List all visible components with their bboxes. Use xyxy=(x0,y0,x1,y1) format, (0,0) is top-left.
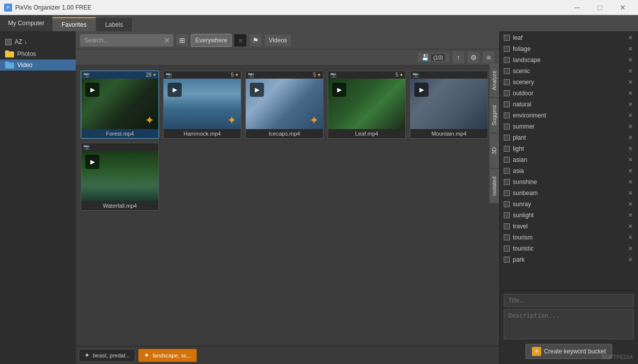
keyword-item-plant[interactable]: plant ✕ xyxy=(500,132,638,143)
keyword-item-asia[interactable]: asia ✕ xyxy=(500,165,638,176)
keyword-remove-environment[interactable]: ✕ xyxy=(627,112,634,118)
keyword-remove-sunshine[interactable]: ✕ xyxy=(627,179,634,185)
analyze-tab[interactable]: Analyze xyxy=(489,63,499,98)
sidebar-item-video[interactable]: Video xyxy=(0,59,76,71)
title-input[interactable] xyxy=(504,294,634,307)
keyword-checkbox-sunray[interactable] xyxy=(504,201,510,207)
keyword-item-leaf[interactable]: leaf ✕ xyxy=(500,32,638,43)
save-button[interactable]: 💾 (10) xyxy=(417,52,450,63)
keyword-item-outdoor[interactable]: outdoor ✕ xyxy=(500,88,638,99)
keyword-remove-asian[interactable]: ✕ xyxy=(627,157,634,163)
menu-button[interactable]: ≡ xyxy=(482,51,495,64)
keyword-item-travel[interactable]: travel ✕ xyxy=(500,221,638,232)
keyword-checkbox-landscape[interactable] xyxy=(504,57,510,63)
keyword-remove-outdoor[interactable]: ✕ xyxy=(627,90,634,96)
grid-item-hammock[interactable]: 📷 5 ✦ ▶ ✦ Hammock.mp4 xyxy=(163,71,241,139)
keyword-checkbox-sunshine[interactable] xyxy=(504,179,510,185)
keyword-remove-park[interactable]: ✕ xyxy=(627,257,634,263)
grid-item-waterfall[interactable]: 📷 ▶ Waterfall.mp4 xyxy=(81,143,159,211)
keyword-remove-foliage[interactable]: ✕ xyxy=(627,46,634,52)
keyword-label-travel: travel xyxy=(513,223,624,230)
keyword-item-sunray[interactable]: sunray ✕ xyxy=(500,199,638,210)
keyword-remove-tourism[interactable]: ✕ xyxy=(627,234,634,240)
keyword-item-foliage[interactable]: foliage ✕ xyxy=(500,43,638,54)
keyword-item-summer[interactable]: summer ✕ xyxy=(500,121,638,132)
keyword-item-tourism[interactable]: tourism ✕ xyxy=(500,232,638,243)
videos-button[interactable]: Videos xyxy=(264,34,291,47)
keyword-item-scenic[interactable]: scenic ✕ xyxy=(500,66,638,77)
keyword-checkbox-light[interactable] xyxy=(504,146,510,152)
keyword-checkbox-outdoor[interactable] xyxy=(504,90,510,96)
keyword-checkbox-travel[interactable] xyxy=(504,223,510,229)
everywhere-button[interactable]: Everywhere xyxy=(191,34,232,47)
grid-item-icecaps[interactable]: 📷 5 ✦ ▶ ✦ Icecaps.mp4 xyxy=(245,71,324,139)
keyword-remove-sunbeam[interactable]: ✕ xyxy=(627,190,634,196)
keyword-remove-light[interactable]: ✕ xyxy=(627,146,634,152)
keyword-remove-plant[interactable]: ✕ xyxy=(627,135,634,141)
tagpill-orange[interactable]: ✦ landscape, sc... xyxy=(138,349,196,362)
tab-labels[interactable]: Labels xyxy=(96,17,132,31)
keyword-item-landscape[interactable]: landscape ✕ xyxy=(500,54,638,66)
keyword-remove-landscape[interactable]: ✕ xyxy=(627,57,634,63)
3d-tab[interactable]: 3D xyxy=(489,133,499,168)
keyword-item-sunbeam[interactable]: sunbeam ✕ xyxy=(500,188,638,199)
keyword-remove-scenery[interactable]: ✕ xyxy=(627,79,634,85)
settings-button[interactable]: ⚙ xyxy=(467,51,480,64)
keyword-checkbox-sunlight[interactable] xyxy=(504,212,510,218)
keyword-item-sunlight[interactable]: sunlight ✕ xyxy=(500,210,638,221)
keyword-remove-sunray[interactable]: ✕ xyxy=(627,201,634,207)
keyword-checkbox-touristic[interactable] xyxy=(504,246,510,252)
grid-view-button[interactable]: ⊞ xyxy=(176,34,189,47)
keyword-remove-summer[interactable]: ✕ xyxy=(627,124,634,130)
close-button[interactable]: ✕ xyxy=(611,0,634,15)
keyword-remove-scenic[interactable]: ✕ xyxy=(627,68,634,74)
keyword-remove-natural[interactable]: ✕ xyxy=(627,101,634,107)
keyword-remove-leaf[interactable]: ✕ xyxy=(627,35,634,41)
grid-item-forest[interactable]: 📷 28 ✦ ▶ ✦ Forest.mp4 xyxy=(81,71,159,139)
keyword-item-environment[interactable]: environment ✕ xyxy=(500,110,638,121)
keyword-remove-touristic[interactable]: ✕ xyxy=(627,246,634,252)
keyword-checkbox-leaf[interactable] xyxy=(504,35,510,41)
keyword-item-natural[interactable]: natural ✕ xyxy=(500,99,638,110)
keyword-checkbox-foliage[interactable] xyxy=(504,46,510,52)
keyword-remove-travel[interactable]: ✕ xyxy=(627,223,634,229)
flag-button[interactable]: ⚑ xyxy=(249,34,262,47)
select-all-checkbox[interactable] xyxy=(5,39,12,45)
keyword-checkbox-natural[interactable] xyxy=(504,101,510,107)
black-square-button[interactable]: ■ xyxy=(234,34,247,47)
create-keyword-bucket-button[interactable]: ✦ Create keyword bucket xyxy=(525,344,613,359)
keyword-item-scenery[interactable]: scenery ✕ xyxy=(500,77,638,88)
keyword-remove-sunlight[interactable]: ✕ xyxy=(627,212,634,218)
tagpill-dark[interactable]: ✦ beast, predat... xyxy=(79,349,135,362)
isolated-tab[interactable]: isolated xyxy=(489,168,499,204)
keyword-checkbox-asian[interactable] xyxy=(504,157,510,163)
minimize-button[interactable]: ─ xyxy=(566,0,589,15)
tab-mycomputer[interactable]: My Computer xyxy=(0,15,52,31)
keyword-checkbox-scenic[interactable] xyxy=(504,68,510,74)
maximize-button[interactable]: □ xyxy=(589,0,611,15)
keyword-checkbox-scenery[interactable] xyxy=(504,79,510,85)
keyword-item-touristic[interactable]: touristic ✕ xyxy=(500,243,638,254)
keyword-checkbox-environment[interactable] xyxy=(504,112,510,118)
keyword-checkbox-park[interactable] xyxy=(504,257,510,263)
keyword-item-asian[interactable]: asian ✕ xyxy=(500,154,638,165)
keyword-checkbox-plant[interactable] xyxy=(504,135,510,141)
keyword-item-park[interactable]: park ✕ xyxy=(500,254,638,265)
search-input[interactable] xyxy=(80,37,161,44)
keyword-remove-asia[interactable]: ✕ xyxy=(627,168,634,174)
sidebar-item-photos[interactable]: Photos xyxy=(0,48,76,59)
grid-item-mountain[interactable]: 📷 ▶ Mountain.mp4 xyxy=(410,71,488,139)
description-textarea[interactable] xyxy=(504,309,634,339)
suggest-tab[interactable]: Suggest xyxy=(489,98,499,133)
keyword-item-sunshine[interactable]: sunshine ✕ xyxy=(500,176,638,188)
keyword-checkbox-asia[interactable] xyxy=(504,168,510,174)
tab-favorites[interactable]: Favorites xyxy=(52,17,96,31)
keyword-checkbox-summer[interactable] xyxy=(504,124,510,130)
grid-item-leaf[interactable]: 📷 5 ✦ ▶ Leaf.mp4 xyxy=(328,71,406,139)
search-clear-button[interactable]: ✕ xyxy=(161,36,173,44)
keyword-item-light[interactable]: light ✕ xyxy=(500,143,638,154)
sort-label[interactable]: AZ ↓ xyxy=(15,38,27,45)
upload-button[interactable]: ↑ xyxy=(452,51,465,64)
keyword-checkbox-tourism[interactable] xyxy=(504,234,510,240)
keyword-checkbox-sunbeam[interactable] xyxy=(504,190,510,196)
